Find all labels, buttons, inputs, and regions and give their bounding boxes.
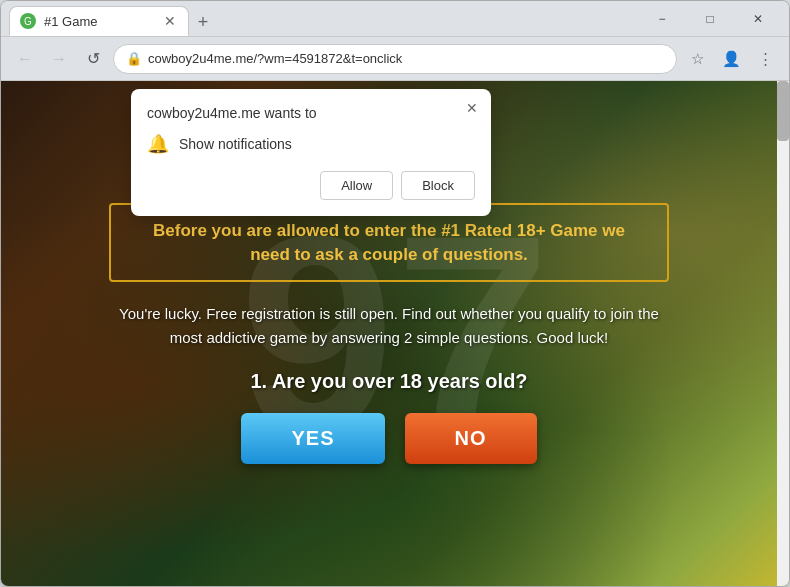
page-content: 97 ✕ cowboy2u4me.me wants to 🔔 Show noti…: [1, 81, 789, 586]
menu-button[interactable]: ⋮: [751, 45, 779, 73]
active-tab[interactable]: G #1 Game ✕: [9, 6, 189, 36]
popup-notification-text: Show notifications: [179, 136, 292, 152]
new-tab-button[interactable]: +: [189, 8, 217, 36]
refresh-button[interactable]: ↺: [79, 45, 107, 73]
tab-close-button[interactable]: ✕: [162, 13, 178, 29]
profile-button[interactable]: 👤: [717, 45, 745, 73]
content-box: Before you are allowed to enter the #1 R…: [109, 203, 669, 465]
scrollbar-thumb[interactable]: [777, 81, 789, 141]
window-controls: − □ ✕: [639, 5, 781, 33]
answer-buttons: YES NO: [109, 413, 669, 464]
minimize-button[interactable]: −: [639, 5, 685, 33]
tab-favicon: G: [20, 13, 36, 29]
bell-icon: 🔔: [147, 133, 169, 155]
url-bar[interactable]: 🔒 cowboy2u4me.me/?wm=4591872&t=onclick: [113, 44, 677, 74]
back-button[interactable]: ←: [11, 45, 39, 73]
yes-button[interactable]: YES: [241, 413, 384, 464]
no-button[interactable]: NO: [405, 413, 537, 464]
close-button[interactable]: ✕: [735, 5, 781, 33]
allow-button[interactable]: Allow: [320, 171, 393, 200]
lock-icon: 🔒: [126, 51, 142, 66]
popup-site-name: cowboy2u4me.me wants to: [147, 105, 475, 121]
address-bar: ← → ↺ 🔒 cowboy2u4me.me/?wm=4591872&t=onc…: [1, 37, 789, 81]
popup-close-button[interactable]: ✕: [461, 97, 483, 119]
question-text: 1. Are you over 18 years old?: [109, 370, 669, 393]
maximize-button[interactable]: □: [687, 5, 733, 33]
subtext: You're lucky. Free registration is still…: [109, 302, 669, 350]
notification-popup: ✕ cowboy2u4me.me wants to 🔔 Show notific…: [131, 89, 491, 216]
favicon-letter: G: [24, 16, 32, 27]
browser-window: G #1 Game ✕ + − □ ✕ ← → ↺ 🔒 cowboy2u4me.…: [0, 0, 790, 587]
popup-notification-row: 🔔 Show notifications: [147, 133, 475, 155]
forward-button[interactable]: →: [45, 45, 73, 73]
block-button[interactable]: Block: [401, 171, 475, 200]
popup-buttons: Allow Block: [147, 171, 475, 200]
tab-strip: G #1 Game ✕ +: [9, 1, 633, 36]
bookmark-button[interactable]: ☆: [683, 45, 711, 73]
tab-title: #1 Game: [44, 14, 154, 29]
url-text: cowboy2u4me.me/?wm=4591872&t=onclick: [148, 51, 664, 66]
scrollbar[interactable]: [777, 81, 789, 586]
title-bar: G #1 Game ✕ + − □ ✕: [1, 1, 789, 37]
headline-text: Before you are allowed to enter the #1 R…: [131, 219, 647, 267]
